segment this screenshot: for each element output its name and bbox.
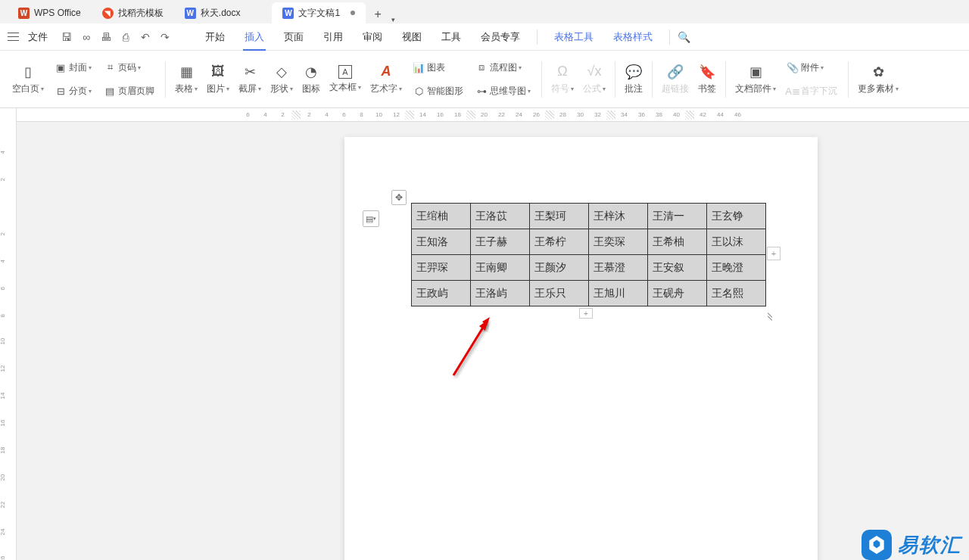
table-cell[interactable]: 王子赫 <box>471 229 530 255</box>
vertical-ruler[interactable]: 4 2 2 4 6 8 10 12 14 16 18 20 22 24 26 <box>0 108 17 560</box>
tab-docer[interactable]: ◥ 找稻壳模板 <box>92 2 174 23</box>
print-icon[interactable]: 🖶 <box>99 30 113 44</box>
table-cell[interactable]: 王玄铮 <box>707 204 766 229</box>
table-cell[interactable]: 王砚舟 <box>648 281 707 306</box>
tab-list-dropdown[interactable]: ▾ <box>391 16 395 23</box>
table-cell[interactable]: 王清一 <box>648 204 707 229</box>
table-cell[interactable]: 王政屿 <box>412 281 471 306</box>
table-cell[interactable]: 王知洛 <box>412 229 471 255</box>
watermark-logo-icon <box>862 530 892 560</box>
tab-table-style[interactable]: 表格样式 <box>604 23 662 51</box>
comment-button[interactable]: 💬批注 <box>620 55 647 104</box>
header-footer-icon: ▤ <box>104 85 116 97</box>
new-tab-button[interactable]: + <box>369 5 387 23</box>
horizontal-ruler[interactable]: 6422468101214161820222426283032343638404… <box>17 108 969 122</box>
screenshot-button[interactable]: ✂截屏▾ <box>234 55 266 104</box>
tab-tools[interactable]: 工具 <box>432 23 470 51</box>
wordart-button[interactable]: A艺术字▾ <box>366 55 407 104</box>
unsaved-dot-icon <box>351 11 355 15</box>
add-row-button[interactable]: + <box>579 308 593 319</box>
icon-button[interactable]: ◔图标 <box>298 55 325 104</box>
table-row[interactable]: 王知洛王子赫王希柠王奕琛王希柚王以沫 <box>412 229 766 255</box>
table-cell[interactable]: 王梨珂 <box>530 204 589 229</box>
table-cell[interactable]: 王以沫 <box>707 229 766 255</box>
table-cell[interactable]: 王晚澄 <box>707 255 766 281</box>
save-icon[interactable]: 🖫 <box>60 30 73 44</box>
table-cell[interactable]: 王绾柚 <box>412 204 471 229</box>
search-icon[interactable]: 🔍 <box>678 31 690 43</box>
table-cell[interactable]: 王奕琛 <box>589 229 648 255</box>
bookmark-button[interactable]: 🔖书签 <box>693 55 721 104</box>
shape-button[interactable]: ◇形状▾ <box>266 55 298 104</box>
table-row[interactable]: 王绾柚王洛苡王梨珂王梓沐王清一王玄铮 <box>412 204 766 229</box>
symbol-button[interactable]: Ω符号▾ <box>547 55 578 104</box>
symbol-icon: Ω <box>554 64 571 80</box>
tab-member[interactable]: 会员专享 <box>472 23 529 51</box>
document-table[interactable]: 王绾柚王洛苡王梨珂王梓沐王清一王玄铮王知洛王子赫王希柠王奕琛王希柚王以沫王羿琛王… <box>411 203 766 306</box>
file-menu[interactable]: 文件 <box>28 30 48 44</box>
equation-button[interactable]: √x公式▾ <box>578 55 610 104</box>
table-cell[interactable]: 王南卿 <box>471 255 530 281</box>
document-page[interactable]: ✥ ▤ ▾ 王绾柚王洛苡王梨珂王梓沐王清一王玄铮王知洛王子赫王希柠王奕琛王希柚王… <box>344 137 818 560</box>
page-break-button[interactable]: ⊟分页▾ <box>51 79 95 102</box>
tab-table-tools[interactable]: 表格工具 <box>545 23 603 51</box>
add-column-button[interactable]: + <box>767 247 780 260</box>
table-cell[interactable]: 王名熙 <box>707 281 766 306</box>
hamburger-icon[interactable] <box>8 33 19 41</box>
screenshot-icon: ✂ <box>241 64 258 80</box>
watermark: 易软汇 <box>862 530 961 560</box>
page-number-button[interactable]: ⌗页码▾ <box>101 56 157 79</box>
cover-button[interactable]: ▣封面▾ <box>51 56 95 79</box>
picture-button[interactable]: 🖼图片▾ <box>202 55 234 104</box>
tab-view[interactable]: 视图 <box>393 23 431 51</box>
print-preview-icon[interactable]: ⎙ <box>119 30 132 44</box>
table-move-handle[interactable]: ✥ <box>391 190 407 205</box>
tab-review[interactable]: 审阅 <box>354 23 391 51</box>
table-button[interactable]: ▦表格▾ <box>170 55 202 104</box>
tab-start[interactable]: 开始 <box>196 23 234 51</box>
tab-label: WPS Office <box>34 8 81 18</box>
header-footer-button[interactable]: ▤页眉页脚 <box>101 79 157 102</box>
textbox-button[interactable]: A文本框▾ <box>325 55 366 104</box>
flowchart-button[interactable]: ⧈流程图▾ <box>472 56 534 79</box>
table-cell[interactable]: 王乐只 <box>530 281 589 306</box>
dropcap-button[interactable]: A≣首字下沉 <box>784 79 840 102</box>
smartart-button[interactable]: ⬡智能图形 <box>410 79 466 102</box>
table-row[interactable]: 王羿琛王南卿王颜汐王慕澄王安叙王晚澄 <box>412 255 766 281</box>
doc-parts-button[interactable]: ▣文档部件▾ <box>731 55 780 104</box>
tab-document-1[interactable]: W 秋天.docx <box>174 2 251 23</box>
table-cell[interactable]: 王旭川 <box>589 281 648 306</box>
annotation-arrow <box>446 311 499 379</box>
menu-tabs: 开始 插入 页面 引用 审阅 视图 工具 会员专享 表格工具 表格样式 🔍 <box>196 23 690 51</box>
table-cell[interactable]: 王颜汐 <box>530 255 589 281</box>
table-cell[interactable]: 王羿琛 <box>412 255 471 281</box>
table-row-selector[interactable]: ▤ ▾ <box>363 210 379 227</box>
table-resize-handle[interactable] <box>767 313 774 321</box>
tab-insert[interactable]: 插入 <box>235 23 273 51</box>
tab-document-2[interactable]: W 文字文稿1 <box>272 2 366 23</box>
redo-icon[interactable]: ↷ <box>158 30 172 44</box>
table-cell[interactable]: 王洛苡 <box>471 204 530 229</box>
attachment-button[interactable]: 📎附件▾ <box>784 56 840 79</box>
blank-page-button[interactable]: ▯ 空白页▾ <box>8 55 48 104</box>
textbox-icon: A <box>338 65 352 79</box>
table-cell[interactable]: 王慕澄 <box>589 255 648 281</box>
mindmap-button[interactable]: ⊶思维导图▾ <box>472 79 534 102</box>
more-materials-button[interactable]: ✿更多素材▾ <box>853 55 903 104</box>
undo-icon[interactable]: ↶ <box>139 30 152 44</box>
table-cell[interactable]: 王希柚 <box>648 229 707 255</box>
tab-reference[interactable]: 引用 <box>314 23 352 51</box>
table-cell[interactable]: 王安叙 <box>648 255 707 281</box>
table-row[interactable]: 王政屿王洛屿王乐只王旭川王砚舟王名熙 <box>412 281 766 306</box>
tab-page[interactable]: 页面 <box>275 23 313 51</box>
table-cell[interactable]: 王梓沐 <box>589 204 648 229</box>
table-icon: ▦ <box>178 64 195 80</box>
hyperlink-button[interactable]: 🔗超链接 <box>657 55 693 104</box>
share-icon[interactable]: ∞ <box>79 30 93 44</box>
chart-button[interactable]: 📊图表 <box>410 56 466 79</box>
ribbon: ▯ 空白页▾ ▣封面▾ ⊟分页▾ ⌗页码▾ ▤页眉页脚 ▦表格▾ 🖼图片▾ ✂截… <box>0 51 969 108</box>
comment-icon: 💬 <box>625 64 642 80</box>
table-cell[interactable]: 王希柠 <box>530 229 589 255</box>
table-cell[interactable]: 王洛屿 <box>471 281 530 306</box>
tab-wps-office[interactable]: W WPS Office <box>8 2 92 23</box>
